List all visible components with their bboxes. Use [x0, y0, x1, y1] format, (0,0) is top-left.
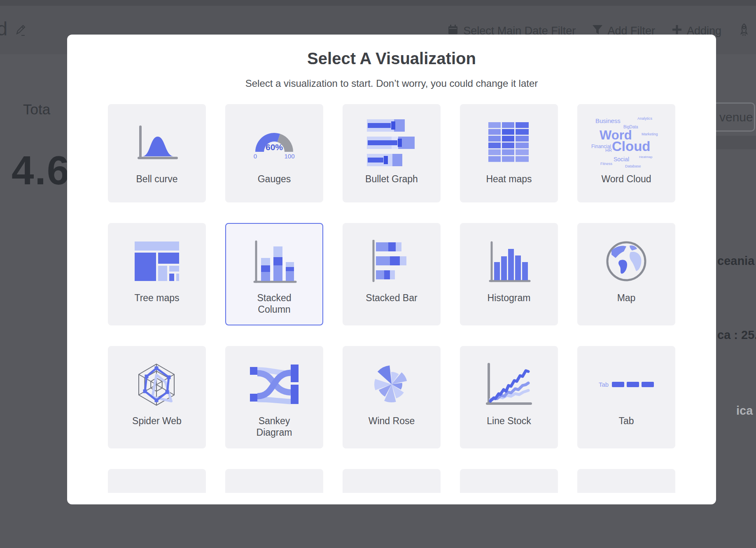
legend-fragment-africa: ca : 25.95: [717, 328, 756, 342]
viz-card-label: Histogram: [488, 292, 531, 304]
viz-card-label: Wind Rose: [369, 415, 415, 427]
tree-map-icon: [135, 230, 179, 292]
viz-card-label: Stacked Bar: [366, 292, 417, 304]
viz-card-word-cloud[interactable]: Business Analytics BigData Word Marketin…: [577, 104, 675, 202]
legend-fragment-america: ica: [736, 404, 753, 418]
backdrop-stat-label-fragment: Tota: [23, 101, 50, 118]
sankey-diagram-icon: [250, 353, 299, 415]
venue-button-label: venue: [719, 110, 753, 124]
viz-card-tab[interactable]: Tab Tab: [577, 346, 675, 448]
viz-card-label: Tab: [618, 415, 634, 427]
viz-card-label: Word Cloud: [601, 173, 651, 185]
viz-card-stacked-column[interactable]: Stacked Column: [225, 223, 323, 325]
select-visualization-modal: Select A Visualization Select a visualiz…: [67, 35, 716, 504]
word-cloud-word: Marketing: [642, 132, 658, 136]
word-cloud-word: Heatmap: [639, 155, 652, 159]
viz-card-stacked-bar[interactable]: Stacked Bar: [343, 223, 441, 325]
viz-card-label: Sankey Diagram: [242, 415, 307, 438]
svg-text:100: 100: [284, 153, 294, 160]
viz-card-bullet-graph[interactable]: Bullet Graph: [343, 104, 441, 202]
viz-card-gauges[interactable]: 60% 0 100 Gauges: [225, 104, 323, 202]
viz-card-label: Bullet Graph: [365, 173, 418, 185]
word-cloud-word: Business: [595, 117, 621, 124]
word-cloud-word: Analytics: [637, 116, 652, 121]
line-stock-icon: [485, 353, 533, 415]
viz-card-label: Spider Web: [132, 415, 182, 427]
viz-card-label: Line Stock: [487, 415, 531, 427]
word-cloud-word: Cloud: [612, 139, 650, 154]
viz-card-label: Heat maps: [486, 173, 532, 185]
backdrop-top-strip: [0, 0, 756, 6]
word-cloud-word: Fitness: [600, 162, 612, 166]
edit-pencil-icon[interactable]: [15, 24, 27, 39]
tab-icon: Tab: [599, 353, 654, 415]
word-cloud-word: Social: [614, 156, 629, 163]
stacked-bar-icon: [370, 230, 413, 292]
viz-card-histogram[interactable]: Histogram: [460, 223, 558, 325]
visualization-grid: Bell curve 60% 0 100 Gauges: [108, 104, 675, 493]
viz-card-partial[interactable]: [108, 469, 206, 493]
tab-rect: [612, 382, 624, 387]
word-cloud-icon: Business Analytics BigData Word Marketin…: [589, 111, 664, 173]
svg-text:0: 0: [254, 153, 257, 160]
stacked-column-icon: [251, 230, 297, 292]
viz-card-partial[interactable]: [460, 469, 558, 493]
viz-card-label: Map: [617, 292, 636, 304]
viz-card-partial[interactable]: [343, 469, 441, 493]
dashboard-title-fragment: d: [0, 17, 7, 40]
viz-card-bell-curve[interactable]: Bell curve: [108, 104, 206, 202]
wind-rose-icon: [369, 353, 414, 415]
viz-card-label: Bell curve: [136, 173, 178, 185]
viz-card-sankey-diagram[interactable]: Sankey Diagram: [225, 346, 323, 448]
viz-card-heat-maps[interactable]: Heat maps: [460, 104, 558, 202]
word-cloud-word: HR: [605, 148, 612, 153]
viz-card-partial[interactable]: [577, 469, 675, 493]
histogram-icon: [486, 230, 532, 292]
tab-rect: [627, 382, 639, 387]
word-cloud-word: Database: [625, 164, 641, 168]
viz-card-wind-rose[interactable]: Wind Rose: [343, 346, 441, 448]
tab-icon-label: Tab: [599, 381, 609, 388]
backdrop-stat-value-fragment: 4.6: [12, 147, 70, 194]
heat-map-icon: [488, 111, 530, 173]
spider-web-icon: [133, 353, 181, 415]
viz-card-tree-maps[interactable]: Tree maps: [108, 223, 206, 325]
viz-card-label: Stacked Column: [242, 292, 307, 315]
viz-card-label: Tree maps: [134, 292, 179, 304]
modal-subtitle: Select a visualization to start. Don’t w…: [67, 78, 716, 89]
viz-card-partial[interactable]: [225, 469, 323, 493]
tab-rect: [642, 382, 654, 387]
svg-text:60%: 60%: [266, 142, 283, 152]
modal-title: Select A Visualization: [67, 49, 716, 68]
viz-card-label: Gauges: [258, 173, 291, 185]
gauge-icon: 60% 0 100: [249, 111, 300, 173]
viz-card-spider-web[interactable]: Spider Web: [108, 346, 206, 448]
globe-map-icon: [603, 230, 649, 292]
rocket-icon: [738, 23, 750, 39]
rocket-button[interactable]: [738, 23, 750, 39]
bullet-graph-icon: [367, 111, 416, 173]
bell-curve-icon: [134, 111, 180, 173]
viz-card-line-stock[interactable]: Line Stock: [460, 346, 558, 448]
viz-card-map[interactable]: Map: [577, 223, 675, 325]
legend-fragment-oceania: ceania : 8: [717, 254, 756, 268]
